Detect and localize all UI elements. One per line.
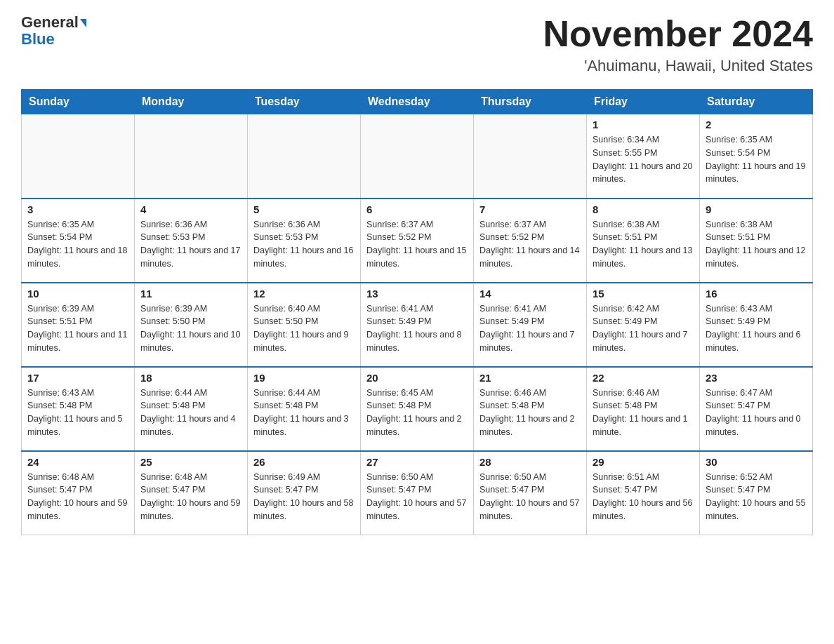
calendar-day-cell: 19Sunrise: 6:44 AM Sunset: 5:48 PM Dayli… <box>248 367 361 451</box>
day-info: Sunrise: 6:44 AM Sunset: 5:48 PM Dayligh… <box>253 387 355 439</box>
day-number: 10 <box>27 288 128 300</box>
day-number: 4 <box>140 203 241 215</box>
calendar-day-cell: 17Sunrise: 6:43 AM Sunset: 5:48 PM Dayli… <box>22 367 135 451</box>
month-title: November 2024 <box>543 14 813 54</box>
day-number: 28 <box>479 456 581 468</box>
weekday-header-sunday: Sunday <box>22 90 135 114</box>
calendar-day-cell <box>248 114 361 199</box>
calendar-day-cell <box>22 114 135 199</box>
calendar-day-cell <box>135 114 248 199</box>
day-number: 17 <box>27 372 128 384</box>
day-info: Sunrise: 6:36 AM Sunset: 5:53 PM Dayligh… <box>140 218 241 271</box>
day-number: 7 <box>479 203 581 215</box>
logo-triangle-icon <box>80 19 86 27</box>
weekday-header-monday: Monday <box>135 90 248 114</box>
calendar-day-cell: 15Sunrise: 6:42 AM Sunset: 5:49 PM Dayli… <box>587 283 700 367</box>
calendar-day-cell <box>361 114 474 199</box>
location-title: 'Ahuimanu, Hawaii, United States <box>543 57 813 75</box>
calendar-day-cell: 13Sunrise: 6:41 AM Sunset: 5:49 PM Dayli… <box>361 283 474 367</box>
day-info: Sunrise: 6:46 AM Sunset: 5:48 PM Dayligh… <box>593 387 694 439</box>
day-info: Sunrise: 6:41 AM Sunset: 5:49 PM Dayligh… <box>366 302 468 355</box>
calendar-day-cell: 2Sunrise: 6:35 AM Sunset: 5:54 PM Daylig… <box>700 114 813 199</box>
day-number: 14 <box>479 288 581 300</box>
calendar-week-row: 24Sunrise: 6:48 AM Sunset: 5:47 PM Dayli… <box>22 451 813 535</box>
calendar-day-cell: 26Sunrise: 6:49 AM Sunset: 5:47 PM Dayli… <box>248 451 361 535</box>
day-number: 16 <box>706 288 807 300</box>
weekday-header-tuesday: Tuesday <box>248 90 361 114</box>
day-number: 22 <box>593 372 694 384</box>
calendar-day-cell: 16Sunrise: 6:43 AM Sunset: 5:49 PM Dayli… <box>700 283 813 367</box>
calendar-day-cell: 27Sunrise: 6:50 AM Sunset: 5:47 PM Dayli… <box>361 451 474 535</box>
day-info: Sunrise: 6:36 AM Sunset: 5:53 PM Dayligh… <box>253 218 355 271</box>
calendar-day-cell: 22Sunrise: 6:46 AM Sunset: 5:48 PM Dayli… <box>587 367 700 451</box>
day-number: 27 <box>366 456 468 468</box>
day-info: Sunrise: 6:48 AM Sunset: 5:47 PM Dayligh… <box>140 471 241 523</box>
day-info: Sunrise: 6:37 AM Sunset: 5:52 PM Dayligh… <box>366 218 468 271</box>
day-number: 18 <box>140 372 241 384</box>
day-info: Sunrise: 6:42 AM Sunset: 5:49 PM Dayligh… <box>593 302 694 355</box>
day-number: 8 <box>593 203 694 215</box>
day-number: 6 <box>366 203 468 215</box>
calendar-day-cell: 3Sunrise: 6:35 AM Sunset: 5:54 PM Daylig… <box>22 199 135 283</box>
day-info: Sunrise: 6:34 AM Sunset: 5:55 PM Dayligh… <box>593 133 694 186</box>
day-info: Sunrise: 6:37 AM Sunset: 5:52 PM Dayligh… <box>479 218 581 271</box>
weekday-header-row: SundayMondayTuesdayWednesdayThursdayFrid… <box>22 90 813 114</box>
day-number: 1 <box>593 119 694 130</box>
day-info: Sunrise: 6:49 AM Sunset: 5:47 PM Dayligh… <box>253 471 355 523</box>
calendar-day-cell: 4Sunrise: 6:36 AM Sunset: 5:53 PM Daylig… <box>135 199 248 283</box>
calendar-day-cell: 14Sunrise: 6:41 AM Sunset: 5:49 PM Dayli… <box>474 283 587 367</box>
day-number: 26 <box>253 456 355 468</box>
calendar-week-row: 17Sunrise: 6:43 AM Sunset: 5:48 PM Dayli… <box>22 367 813 451</box>
day-number: 19 <box>253 372 355 384</box>
calendar-day-cell: 18Sunrise: 6:44 AM Sunset: 5:48 PM Dayli… <box>135 367 248 451</box>
calendar-day-cell: 8Sunrise: 6:38 AM Sunset: 5:51 PM Daylig… <box>587 199 700 283</box>
day-number: 11 <box>140 288 241 300</box>
calendar-week-row: 3Sunrise: 6:35 AM Sunset: 5:54 PM Daylig… <box>22 199 813 283</box>
day-info: Sunrise: 6:45 AM Sunset: 5:48 PM Dayligh… <box>366 387 468 439</box>
calendar-day-cell: 9Sunrise: 6:38 AM Sunset: 5:51 PM Daylig… <box>700 199 813 283</box>
day-info: Sunrise: 6:39 AM Sunset: 5:51 PM Dayligh… <box>27 302 128 355</box>
logo: General Blue <box>21 14 86 48</box>
day-number: 21 <box>479 372 581 384</box>
day-info: Sunrise: 6:43 AM Sunset: 5:48 PM Dayligh… <box>27 387 128 439</box>
calendar-day-cell: 24Sunrise: 6:48 AM Sunset: 5:47 PM Dayli… <box>22 451 135 535</box>
logo-blue: Blue <box>21 30 55 48</box>
calendar-table: SundayMondayTuesdayWednesdayThursdayFrid… <box>21 89 813 535</box>
day-info: Sunrise: 6:44 AM Sunset: 5:48 PM Dayligh… <box>140 387 241 439</box>
day-info: Sunrise: 6:41 AM Sunset: 5:49 PM Dayligh… <box>479 302 581 355</box>
calendar-week-row: 10Sunrise: 6:39 AM Sunset: 5:51 PM Dayli… <box>22 283 813 367</box>
calendar-week-row: 1Sunrise: 6:34 AM Sunset: 5:55 PM Daylig… <box>22 114 813 199</box>
day-info: Sunrise: 6:35 AM Sunset: 5:54 PM Dayligh… <box>27 218 128 271</box>
day-number: 5 <box>253 203 355 215</box>
calendar-day-cell: 30Sunrise: 6:52 AM Sunset: 5:47 PM Dayli… <box>700 451 813 535</box>
day-info: Sunrise: 6:47 AM Sunset: 5:47 PM Dayligh… <box>706 387 807 439</box>
calendar-day-cell: 12Sunrise: 6:40 AM Sunset: 5:50 PM Dayli… <box>248 283 361 367</box>
calendar-day-cell: 28Sunrise: 6:50 AM Sunset: 5:47 PM Dayli… <box>474 451 587 535</box>
day-info: Sunrise: 6:52 AM Sunset: 5:47 PM Dayligh… <box>706 471 807 523</box>
day-number: 9 <box>706 203 807 215</box>
day-number: 23 <box>706 372 807 384</box>
day-info: Sunrise: 6:51 AM Sunset: 5:47 PM Dayligh… <box>593 471 694 523</box>
day-info: Sunrise: 6:39 AM Sunset: 5:50 PM Dayligh… <box>140 302 241 355</box>
day-info: Sunrise: 6:43 AM Sunset: 5:49 PM Dayligh… <box>706 302 807 355</box>
weekday-header-wednesday: Wednesday <box>361 90 474 114</box>
day-number: 25 <box>140 456 241 468</box>
calendar-day-cell: 21Sunrise: 6:46 AM Sunset: 5:48 PM Dayli… <box>474 367 587 451</box>
calendar-day-cell: 1Sunrise: 6:34 AM Sunset: 5:55 PM Daylig… <box>587 114 700 199</box>
day-number: 24 <box>27 456 128 468</box>
title-area: November 2024 'Ahuimanu, Hawaii, United … <box>543 14 813 75</box>
day-number: 12 <box>253 288 355 300</box>
day-info: Sunrise: 6:46 AM Sunset: 5:48 PM Dayligh… <box>479 387 581 439</box>
calendar-day-cell: 29Sunrise: 6:51 AM Sunset: 5:47 PM Dayli… <box>587 451 700 535</box>
logo-text: General Blue <box>21 14 86 48</box>
calendar-day-cell: 6Sunrise: 6:37 AM Sunset: 5:52 PM Daylig… <box>361 199 474 283</box>
day-number: 20 <box>366 372 468 384</box>
day-info: Sunrise: 6:40 AM Sunset: 5:50 PM Dayligh… <box>253 302 355 355</box>
day-info: Sunrise: 6:50 AM Sunset: 5:47 PM Dayligh… <box>479 471 581 523</box>
calendar-day-cell <box>474 114 587 199</box>
day-number: 2 <box>706 119 807 130</box>
weekday-header-thursday: Thursday <box>474 90 587 114</box>
calendar-day-cell: 11Sunrise: 6:39 AM Sunset: 5:50 PM Dayli… <box>135 283 248 367</box>
day-number: 3 <box>27 203 128 215</box>
calendar-day-cell: 23Sunrise: 6:47 AM Sunset: 5:47 PM Dayli… <box>700 367 813 451</box>
